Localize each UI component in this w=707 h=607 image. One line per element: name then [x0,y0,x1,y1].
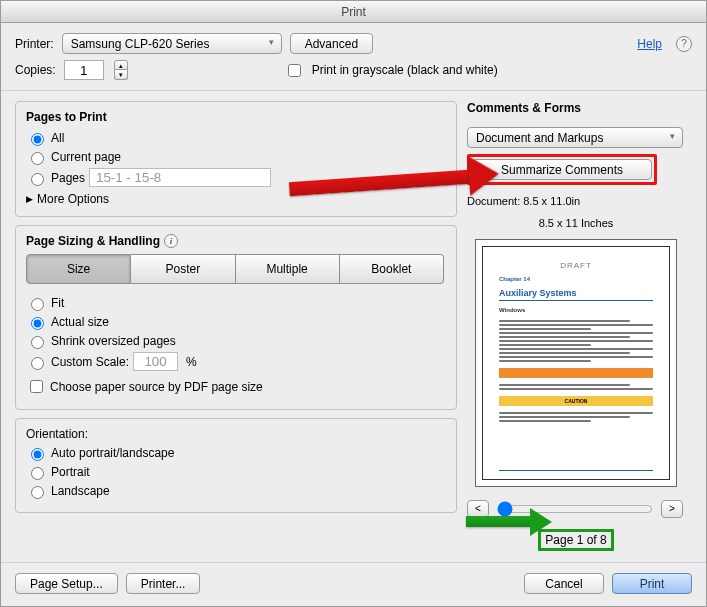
orientation-portrait-radio[interactable] [31,467,44,480]
printer-label: Printer: [15,37,54,51]
grayscale-checkbox[interactable] [288,64,301,77]
more-options-label: More Options [37,192,109,206]
custom-scale-label: Custom Scale: [51,355,129,369]
shrink-label: Shrink oversized pages [51,334,176,348]
sizing-group: Page Sizing & Handling i Size Poster Mul… [15,225,457,410]
print-button[interactable]: Print [612,573,692,594]
copies-label: Copies: [15,63,56,77]
orientation-landscape-label: Landscape [51,484,110,498]
copies-stepper[interactable]: ▴ ▾ [114,60,128,80]
page-thumbnail: DRAFT Chapter 14 Auxiliary Systems Windo… [482,246,670,480]
page-of-label: Page 1 of 8 [545,533,606,547]
annotation-highlight-page-of: Page 1 of 8 [538,529,613,551]
pages-all-label: All [51,131,64,145]
pages-to-print-group: Pages to Print All Current page Pages [15,101,457,217]
advanced-button[interactable]: Advanced [290,33,373,54]
more-options-toggle[interactable]: ▶ More Options [26,192,446,206]
page-setup-button[interactable]: Page Setup... [15,573,118,594]
orientation-group: Orientation: Auto portrait/landscape Por… [15,418,457,513]
orientation-portrait-label: Portrait [51,465,90,479]
choose-source-label: Choose paper source by PDF page size [50,380,263,394]
bottom-bar: Page Setup... Printer... Cancel Print [1,562,706,606]
preview-pane: DRAFT Chapter 14 Auxiliary Systems Windo… [475,239,677,487]
cancel-button[interactable]: Cancel [524,573,604,594]
grayscale-label: Print in grayscale (black and white) [312,63,498,77]
seg-multiple[interactable]: Multiple [236,254,340,284]
seg-poster[interactable]: Poster [131,254,235,284]
summarize-comments-button[interactable]: Summarize Comments [472,159,652,180]
pages-current-radio[interactable] [31,152,44,165]
sizing-title: Page Sizing & Handling [26,234,160,248]
shrink-radio[interactable] [31,336,44,349]
help-link[interactable]: Help [637,37,662,51]
pages-all-radio[interactable] [31,133,44,146]
annotation-highlight-summarize: Summarize Comments [467,154,657,185]
pages-range-radio[interactable] [31,173,44,186]
copies-up[interactable]: ▴ [114,60,128,70]
preview-prev-button[interactable]: < [467,500,489,518]
info-icon[interactable]: i [164,234,178,248]
seg-booklet[interactable]: Booklet [340,254,444,284]
preview-slider[interactable] [497,501,653,517]
pages-range-input[interactable] [89,168,271,187]
orientation-title: Orientation: [26,427,88,441]
preview-caption: 8.5 x 11 Inches [467,217,685,229]
thumb-chapter: Chapter 14 [499,276,653,282]
pages-title: Pages to Print [26,110,446,124]
thumb-draft: DRAFT [499,261,653,270]
disclosure-triangle-icon: ▶ [26,194,33,204]
pages-range-label: Pages [51,171,85,185]
seg-size[interactable]: Size [26,254,131,284]
help-icon[interactable]: ? [676,36,692,52]
orientation-landscape-radio[interactable] [31,486,44,499]
comments-forms-title: Comments & Forms [467,101,685,115]
copies-down[interactable]: ▾ [114,70,128,80]
custom-scale-input[interactable] [133,352,178,371]
thumb-warning-band [499,368,653,378]
copies-input[interactable] [64,60,104,80]
fit-radio[interactable] [31,298,44,311]
thumb-heading: Auxiliary Systems [499,288,653,298]
thumb-caution-band: CAUTION [499,396,653,406]
pages-current-label: Current page [51,150,121,164]
orientation-auto-label: Auto portrait/landscape [51,446,174,460]
print-dialog: Print Printer: Samsung CLP-620 Series Ad… [0,0,707,607]
choose-source-checkbox[interactable] [30,380,43,393]
actual-size-radio[interactable] [31,317,44,330]
document-size-label: Document: 8.5 x 11.0in [467,195,685,207]
custom-scale-radio[interactable] [31,357,44,370]
printer-select[interactable]: Samsung CLP-620 Series [62,33,282,54]
orientation-auto-radio[interactable] [31,448,44,461]
preview-next-button[interactable]: > [661,500,683,518]
printer-button[interactable]: Printer... [126,573,201,594]
percent-label: % [186,355,197,369]
actual-size-label: Actual size [51,315,109,329]
window-title: Print [1,1,706,23]
comments-forms-select[interactable]: Document and Markups [467,127,683,148]
fit-label: Fit [51,296,64,310]
